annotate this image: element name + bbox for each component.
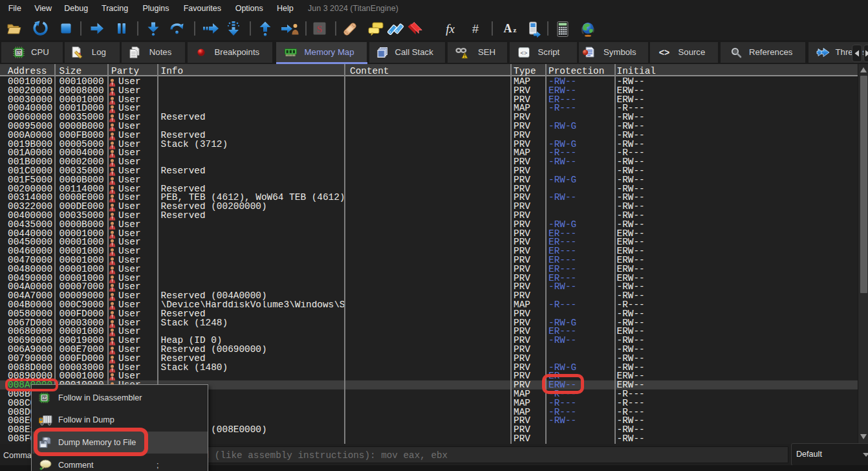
svg-text:32: 32: [42, 395, 47, 400]
svg-text:S: S: [317, 23, 322, 34]
svg-text:z: z: [514, 26, 517, 34]
svg-text:A: A: [504, 22, 512, 35]
svg-text:#: #: [472, 22, 479, 35]
svg-text:32: 32: [16, 50, 21, 55]
svg-text:fx: fx: [446, 21, 455, 35]
svg-text:<>: <>: [658, 47, 669, 58]
svg-text:<>: <>: [520, 50, 527, 57]
svg-text:!: !: [464, 53, 466, 59]
